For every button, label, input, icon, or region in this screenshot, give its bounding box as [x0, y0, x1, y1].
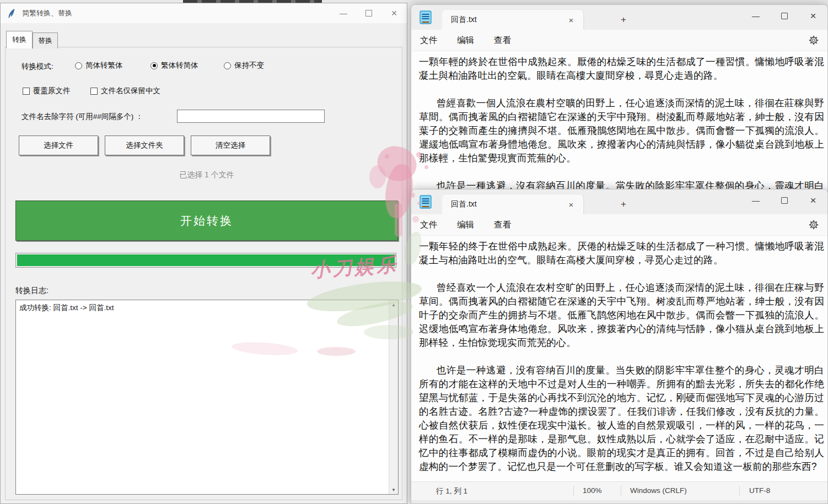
select-folder-button[interactable]: 选择文件夹 — [105, 136, 184, 155]
converter-window: 简繁转换、替换 — × 转换 替换 转换模式: 简体转繁体 繁体转简体 保持不变… — [0, 3, 407, 504]
menu-file[interactable]: 文件 — [415, 32, 443, 48]
notepad-maximize-button[interactable] — [770, 5, 799, 27]
notepad-close-button[interactable]: × — [799, 5, 827, 27]
notepad-tab[interactable]: 回首.txt × — [442, 10, 583, 30]
gear-icon[interactable] — [808, 34, 820, 46]
maximize-icon — [365, 10, 372, 17]
paragraph: 曾经喜欢一个人流浪在农村空旷的田野上，任心追逐淡而深情的泥土味，徘徊在庄稼与野草… — [419, 281, 824, 350]
zoom-level[interactable]: 100% — [583, 486, 602, 495]
paragraph: 也许是一种逃避，没有容纳百川的度量。当失败的阴影牢牢罩住整个的身心，灵魂才明白所… — [419, 364, 824, 474]
checkbox-overwrite-original[interactable]: 覆盖原文件 — [23, 86, 71, 96]
line-ending[interactable]: Windows (CRLF) — [630, 486, 687, 495]
notepad-tabbar: 回首.txt × + — × — [411, 189, 827, 214]
new-tab-button[interactable]: + — [616, 197, 631, 212]
tab-convert[interactable]: 转换 — [6, 31, 33, 48]
notepad-minimize-button[interactable]: — — [741, 189, 770, 212]
notepad-tab[interactable]: 回首.txt × — [442, 194, 583, 214]
tab-close-icon[interactable]: × — [566, 199, 577, 210]
radio-icon — [75, 62, 82, 69]
selected-files-status: 已选择 1 个文件 — [15, 170, 398, 180]
scroll-down-icon[interactable]: ▼ — [389, 485, 398, 494]
notepad-text-area[interactable]: 一颗年轻的终于在世俗中成熟起来。厌倦的枯燥乏味的生活都成了一种习惯。慵懒地呼吸著… — [411, 236, 827, 474]
tab-close-icon[interactable]: × — [566, 14, 577, 25]
start-conversion-button[interactable]: 开始转换 — [15, 200, 398, 241]
notepad-bottom-edge — [411, 500, 827, 503]
select-file-button[interactable]: 选择文件 — [19, 136, 98, 155]
notepad-tabbar: 回首.txt × + — × — [411, 5, 827, 30]
checkbox-icon — [23, 88, 30, 95]
statusbar-divider — [573, 486, 574, 496]
radio-traditional-to-simplified[interactable]: 繁体转简体 — [150, 61, 198, 71]
tab-replace[interactable]: 替换 — [33, 32, 58, 48]
converter-close-button[interactable]: × — [381, 3, 407, 23]
menu-view[interactable]: 查看 — [488, 32, 517, 48]
notepad-maximize-button[interactable] — [770, 189, 799, 212]
menu-edit[interactable]: 编辑 — [451, 217, 480, 233]
notepad-statusbar: 行 1, 列 1 100% Windows (CRLF) UTF-8 — [411, 481, 827, 500]
gear-icon[interactable] — [808, 219, 820, 231]
checkbox-icon — [90, 88, 98, 95]
progress-bar — [15, 253, 396, 268]
paragraph: 曾經喜歡一個人流浪在農村空曠的田野上，任心追逐淡而深情的泥土味，徘徊在莊稼與野草… — [419, 96, 824, 165]
progress-fill — [17, 254, 395, 266]
notepad-menubar: 文件 编辑 查看 — [411, 214, 827, 236]
notepad-minimize-button[interactable]: — — [741, 5, 770, 27]
notepad-icon — [419, 10, 432, 25]
notepad-window-simplified: 回首.txt × + — × 文件 编辑 查看 — [411, 189, 828, 504]
converter-minimize-button[interactable]: — — [331, 3, 356, 23]
statusbar-divider — [739, 486, 740, 496]
converter-window-title: 简繁转换、替换 — [22, 8, 72, 18]
conversion-log-box[interactable]: 成功转换: 回首.txt -> 回首.txt ▲ ▼ — [15, 300, 399, 495]
statusbar-divider — [621, 486, 621, 496]
radio-simplified-to-traditional[interactable]: 简体转繁体 — [75, 61, 123, 71]
cursor-position: 行 1, 列 1 — [436, 486, 467, 496]
menu-file[interactable]: 文件 — [415, 217, 443, 233]
paragraph: 一颗年轻的终于在世俗中成熟起来。厌倦的枯燥乏味的生活都成了一种习惯。慵懒地呼吸著… — [419, 240, 824, 267]
python-feather-icon — [7, 8, 17, 19]
notepad-icon — [419, 194, 432, 209]
menu-edit[interactable]: 编辑 — [451, 32, 480, 48]
log-line: 成功转换: 回首.txt -> 回首.txt — [19, 303, 114, 313]
clear-selection-button[interactable]: 清空选择 — [191, 136, 270, 155]
radio-icon — [224, 62, 231, 69]
converter-titlebar: 简繁转换、替换 — × — [1, 3, 407, 23]
notepad-menubar: 文件 编辑 查看 — [411, 30, 827, 51]
encoding[interactable]: UTF-8 — [749, 486, 770, 495]
radio-icon — [150, 62, 158, 69]
remove-chars-label: 文件名去除字符 (可用##间隔多个) ： — [21, 112, 143, 122]
remove-chars-input[interactable] — [177, 110, 325, 123]
maximize-icon — [781, 13, 788, 19]
mode-label: 转换模式: — [21, 62, 53, 72]
converter-tab-strip: 转换 替换 — [6, 31, 58, 48]
maximize-icon — [781, 197, 788, 204]
log-scrollbar[interactable]: ▲ ▼ — [389, 300, 398, 494]
converter-maximize-button[interactable] — [356, 3, 381, 23]
new-tab-button[interactable]: + — [616, 13, 631, 27]
checkbox-filename-chinese-only[interactable]: 文件名仅保留中文 — [90, 86, 160, 96]
radio-keep-unchanged[interactable]: 保持不变 — [224, 61, 264, 71]
paragraph: 一顆年輕的終於在世俗中成熟起來。厭倦的枯燥乏味的生活都成了一種習慣。慵懶地呼吸著… — [419, 55, 824, 83]
scroll-up-icon[interactable]: ▲ — [389, 300, 398, 309]
conversion-log-label: 转换日志: — [15, 286, 49, 296]
notepad-close-button[interactable]: × — [799, 189, 827, 212]
menu-view[interactable]: 查看 — [488, 217, 517, 233]
